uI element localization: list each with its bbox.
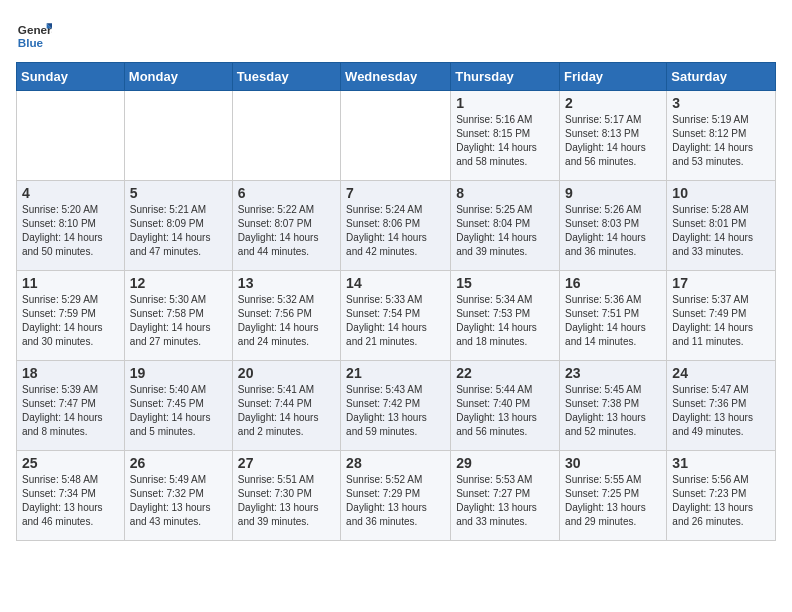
calendar-cell: 26Sunrise: 5:49 AM Sunset: 7:32 PM Dayli… (124, 451, 232, 541)
calendar-cell: 29Sunrise: 5:53 AM Sunset: 7:27 PM Dayli… (451, 451, 560, 541)
calendar-cell: 12Sunrise: 5:30 AM Sunset: 7:58 PM Dayli… (124, 271, 232, 361)
calendar-week-row: 11Sunrise: 5:29 AM Sunset: 7:59 PM Dayli… (17, 271, 776, 361)
calendar-cell: 30Sunrise: 5:55 AM Sunset: 7:25 PM Dayli… (560, 451, 667, 541)
weekday-header-sunday: Sunday (17, 63, 125, 91)
calendar-cell: 10Sunrise: 5:28 AM Sunset: 8:01 PM Dayli… (667, 181, 776, 271)
day-info: Sunrise: 5:53 AM Sunset: 7:27 PM Dayligh… (456, 473, 554, 529)
day-number: 8 (456, 185, 554, 201)
day-number: 28 (346, 455, 445, 471)
weekday-header-thursday: Thursday (451, 63, 560, 91)
day-number: 14 (346, 275, 445, 291)
day-number: 12 (130, 275, 227, 291)
weekday-header-saturday: Saturday (667, 63, 776, 91)
day-number: 4 (22, 185, 119, 201)
day-number: 16 (565, 275, 661, 291)
calendar-cell: 24Sunrise: 5:47 AM Sunset: 7:36 PM Dayli… (667, 361, 776, 451)
day-number: 11 (22, 275, 119, 291)
day-info: Sunrise: 5:51 AM Sunset: 7:30 PM Dayligh… (238, 473, 335, 529)
day-info: Sunrise: 5:17 AM Sunset: 8:13 PM Dayligh… (565, 113, 661, 169)
day-number: 5 (130, 185, 227, 201)
day-number: 2 (565, 95, 661, 111)
day-info: Sunrise: 5:37 AM Sunset: 7:49 PM Dayligh… (672, 293, 770, 349)
day-number: 20 (238, 365, 335, 381)
day-number: 26 (130, 455, 227, 471)
calendar-cell: 28Sunrise: 5:52 AM Sunset: 7:29 PM Dayli… (341, 451, 451, 541)
calendar-week-row: 25Sunrise: 5:48 AM Sunset: 7:34 PM Dayli… (17, 451, 776, 541)
day-info: Sunrise: 5:30 AM Sunset: 7:58 PM Dayligh… (130, 293, 227, 349)
day-info: Sunrise: 5:44 AM Sunset: 7:40 PM Dayligh… (456, 383, 554, 439)
day-info: Sunrise: 5:49 AM Sunset: 7:32 PM Dayligh… (130, 473, 227, 529)
logo-icon: General Blue (16, 16, 52, 52)
day-number: 30 (565, 455, 661, 471)
calendar-table: SundayMondayTuesdayWednesdayThursdayFrid… (16, 62, 776, 541)
weekday-header-friday: Friday (560, 63, 667, 91)
day-info: Sunrise: 5:29 AM Sunset: 7:59 PM Dayligh… (22, 293, 119, 349)
day-info: Sunrise: 5:21 AM Sunset: 8:09 PM Dayligh… (130, 203, 227, 259)
weekday-header-row: SundayMondayTuesdayWednesdayThursdayFrid… (17, 63, 776, 91)
day-number: 23 (565, 365, 661, 381)
day-info: Sunrise: 5:16 AM Sunset: 8:15 PM Dayligh… (456, 113, 554, 169)
calendar-cell: 5Sunrise: 5:21 AM Sunset: 8:09 PM Daylig… (124, 181, 232, 271)
day-info: Sunrise: 5:39 AM Sunset: 7:47 PM Dayligh… (22, 383, 119, 439)
day-number: 9 (565, 185, 661, 201)
calendar-cell (124, 91, 232, 181)
day-info: Sunrise: 5:22 AM Sunset: 8:07 PM Dayligh… (238, 203, 335, 259)
calendar-cell: 27Sunrise: 5:51 AM Sunset: 7:30 PM Dayli… (232, 451, 340, 541)
day-info: Sunrise: 5:47 AM Sunset: 7:36 PM Dayligh… (672, 383, 770, 439)
calendar-cell: 9Sunrise: 5:26 AM Sunset: 8:03 PM Daylig… (560, 181, 667, 271)
day-info: Sunrise: 5:48 AM Sunset: 7:34 PM Dayligh… (22, 473, 119, 529)
day-info: Sunrise: 5:28 AM Sunset: 8:01 PM Dayligh… (672, 203, 770, 259)
day-number: 6 (238, 185, 335, 201)
day-number: 18 (22, 365, 119, 381)
day-info: Sunrise: 5:25 AM Sunset: 8:04 PM Dayligh… (456, 203, 554, 259)
calendar-cell: 16Sunrise: 5:36 AM Sunset: 7:51 PM Dayli… (560, 271, 667, 361)
day-info: Sunrise: 5:26 AM Sunset: 8:03 PM Dayligh… (565, 203, 661, 259)
calendar-cell: 14Sunrise: 5:33 AM Sunset: 7:54 PM Dayli… (341, 271, 451, 361)
day-info: Sunrise: 5:56 AM Sunset: 7:23 PM Dayligh… (672, 473, 770, 529)
day-info: Sunrise: 5:52 AM Sunset: 7:29 PM Dayligh… (346, 473, 445, 529)
day-info: Sunrise: 5:40 AM Sunset: 7:45 PM Dayligh… (130, 383, 227, 439)
calendar-cell: 23Sunrise: 5:45 AM Sunset: 7:38 PM Dayli… (560, 361, 667, 451)
calendar-cell: 31Sunrise: 5:56 AM Sunset: 7:23 PM Dayli… (667, 451, 776, 541)
day-info: Sunrise: 5:41 AM Sunset: 7:44 PM Dayligh… (238, 383, 335, 439)
day-info: Sunrise: 5:19 AM Sunset: 8:12 PM Dayligh… (672, 113, 770, 169)
calendar-week-row: 1Sunrise: 5:16 AM Sunset: 8:15 PM Daylig… (17, 91, 776, 181)
day-info: Sunrise: 5:32 AM Sunset: 7:56 PM Dayligh… (238, 293, 335, 349)
day-number: 17 (672, 275, 770, 291)
svg-text:Blue: Blue (18, 36, 44, 49)
calendar-cell: 2Sunrise: 5:17 AM Sunset: 8:13 PM Daylig… (560, 91, 667, 181)
calendar-cell (341, 91, 451, 181)
day-number: 1 (456, 95, 554, 111)
day-info: Sunrise: 5:20 AM Sunset: 8:10 PM Dayligh… (22, 203, 119, 259)
day-info: Sunrise: 5:24 AM Sunset: 8:06 PM Dayligh… (346, 203, 445, 259)
day-number: 24 (672, 365, 770, 381)
day-info: Sunrise: 5:43 AM Sunset: 7:42 PM Dayligh… (346, 383, 445, 439)
day-info: Sunrise: 5:36 AM Sunset: 7:51 PM Dayligh… (565, 293, 661, 349)
calendar-cell: 15Sunrise: 5:34 AM Sunset: 7:53 PM Dayli… (451, 271, 560, 361)
calendar-cell: 3Sunrise: 5:19 AM Sunset: 8:12 PM Daylig… (667, 91, 776, 181)
calendar-cell: 6Sunrise: 5:22 AM Sunset: 8:07 PM Daylig… (232, 181, 340, 271)
calendar-cell: 1Sunrise: 5:16 AM Sunset: 8:15 PM Daylig… (451, 91, 560, 181)
logo: General Blue (16, 16, 52, 52)
calendar-cell: 25Sunrise: 5:48 AM Sunset: 7:34 PM Dayli… (17, 451, 125, 541)
calendar-cell: 21Sunrise: 5:43 AM Sunset: 7:42 PM Dayli… (341, 361, 451, 451)
calendar-week-row: 18Sunrise: 5:39 AM Sunset: 7:47 PM Dayli… (17, 361, 776, 451)
calendar-cell: 11Sunrise: 5:29 AM Sunset: 7:59 PM Dayli… (17, 271, 125, 361)
calendar-cell: 8Sunrise: 5:25 AM Sunset: 8:04 PM Daylig… (451, 181, 560, 271)
calendar-cell: 22Sunrise: 5:44 AM Sunset: 7:40 PM Dayli… (451, 361, 560, 451)
calendar-cell: 13Sunrise: 5:32 AM Sunset: 7:56 PM Dayli… (232, 271, 340, 361)
day-number: 13 (238, 275, 335, 291)
calendar-cell: 19Sunrise: 5:40 AM Sunset: 7:45 PM Dayli… (124, 361, 232, 451)
calendar-week-row: 4Sunrise: 5:20 AM Sunset: 8:10 PM Daylig… (17, 181, 776, 271)
calendar-cell: 20Sunrise: 5:41 AM Sunset: 7:44 PM Dayli… (232, 361, 340, 451)
day-number: 19 (130, 365, 227, 381)
calendar-cell: 4Sunrise: 5:20 AM Sunset: 8:10 PM Daylig… (17, 181, 125, 271)
weekday-header-tuesday: Tuesday (232, 63, 340, 91)
weekday-header-wednesday: Wednesday (341, 63, 451, 91)
day-number: 3 (672, 95, 770, 111)
day-number: 22 (456, 365, 554, 381)
weekday-header-monday: Monday (124, 63, 232, 91)
day-number: 27 (238, 455, 335, 471)
day-info: Sunrise: 5:45 AM Sunset: 7:38 PM Dayligh… (565, 383, 661, 439)
page-header: General Blue (16, 16, 776, 52)
